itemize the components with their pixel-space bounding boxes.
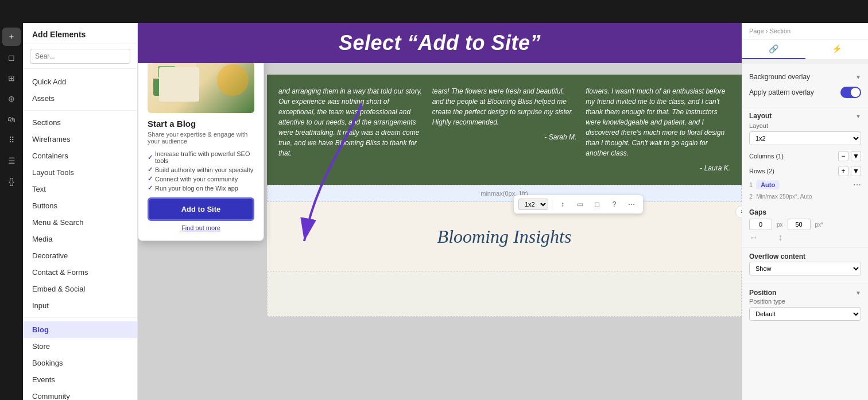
main-layout: ＋ ◻ ⊞ ⊕ 🛍 ⠿ ☰ {} Add Elements Quick Add … [0, 23, 868, 400]
top-bar [0, 0, 868, 23]
right-panel: Page › Section 🔗 ⚡ Background overlay ▼ … [742, 23, 868, 400]
section-label: minmax(0px, 1fr) [267, 185, 742, 202]
layout-label: Layout [749, 122, 861, 129]
sidebar-item-store[interactable]: Store [23, 338, 137, 355]
breadcrumb: Page › Section [742, 23, 868, 40]
toolbar-align-btn[interactable]: ↕ [556, 197, 569, 211]
sidebar-item-media[interactable]: Media [23, 231, 137, 247]
sidebar-item-buttons[interactable]: Buttons [23, 197, 137, 214]
toolbar-help-btn[interactable]: ? [607, 197, 621, 211]
layout-section: Layout ▼ Layout 1x2 Columns (1) − ▼ Rows… [742, 107, 868, 206]
gaps-h-unit: px [777, 222, 783, 228]
sidebar-item-bookings[interactable]: Bookings [23, 355, 137, 371]
canvas-chevron-right[interactable]: › [735, 205, 742, 218]
testimonial-2-text: tears! The flowers were fresh and beauti… [432, 86, 577, 127]
sidebar-item-assets[interactable]: Assets [23, 90, 137, 107]
apply-pattern-row: Apply pattern overlay [749, 84, 861, 101]
background-overlay-section: Background overlay ▼ Apply pattern overl… [742, 64, 868, 107]
rows-row: Rows (2) + ▼ [749, 164, 861, 178]
columns-label: Columns (1) [749, 153, 784, 160]
sidebar-item-community[interactable]: Community [23, 388, 137, 400]
columns-minus[interactable]: − [838, 151, 848, 161]
background-overlay-dropdown[interactable]: ▼ [855, 74, 861, 80]
layout-section-arrow[interactable]: ▼ [855, 113, 861, 119]
sidebar-item-containers[interactable]: Containers [23, 147, 137, 164]
rows-counter: + ▼ [838, 166, 861, 176]
layout-content: Layout 1x2 Columns (1) − ▼ Rows (2) + ▼ [742, 122, 868, 206]
code-icon[interactable]: {} [2, 172, 21, 191]
toolbar-more-btn[interactable]: ⋯ [625, 197, 638, 211]
grid-icon[interactable]: ⠿ [2, 131, 21, 149]
gaps-h-input[interactable] [749, 219, 772, 230]
store-icon[interactable]: 🛍 [2, 110, 21, 129]
sidebar-item-text[interactable]: Text [23, 181, 137, 197]
row-1-value[interactable]: Auto [756, 180, 780, 189]
blog-feature-2: Build authority within your specialty [148, 166, 254, 173]
sidebar-item-menu-search[interactable]: Menu & Search [23, 214, 137, 231]
panel-items: Quick Add Assets Sections Wireframes Con… [23, 69, 137, 400]
find-out-more-link[interactable]: Find out more [148, 224, 254, 231]
position-section: Position ▼ Position type Default [742, 284, 868, 325]
overflow-section: Overflow content Show [742, 248, 868, 284]
toolbar-crop-btn[interactable]: ▭ [573, 197, 587, 211]
sidebar-item-input[interactable]: Input [23, 297, 137, 314]
sidebar-item-blog[interactable]: Blog [23, 321, 137, 338]
gaps-v-unit: px* [815, 222, 823, 228]
columns-row: Columns (1) − ▼ [749, 149, 861, 164]
gaps-h-arrow: ↔ [749, 232, 758, 243]
tutorial-banner-text: Select “Add to Site” [339, 31, 541, 55]
pages-icon[interactable]: ◻ [2, 48, 21, 67]
blooming-insights-section: Blooming Insights [267, 202, 742, 271]
rows-plus[interactable]: + [838, 166, 848, 176]
position-section-arrow[interactable]: ▼ [855, 290, 861, 296]
sidebar-item-layout-tools[interactable]: Layout Tools [23, 164, 137, 181]
search-input[interactable] [30, 49, 130, 64]
sidebar-item-contact-forms[interactable]: Contact & Forms [23, 264, 137, 281]
columns-counter: − ▼ [838, 151, 861, 161]
bottom-section [267, 271, 742, 317]
testimonial-1: and arranging them in a way that told ou… [278, 86, 423, 173]
layers-icon[interactable]: ⊞ [2, 69, 21, 87]
nav-icon[interactable]: ☰ [2, 152, 21, 170]
rows-dropdown[interactable]: ▼ [851, 166, 861, 176]
divider-2 [23, 317, 137, 318]
row-1-more[interactable]: ⋯ [853, 180, 861, 189]
position-type-select[interactable]: Default [749, 307, 861, 321]
layout-value-select[interactable]: 1x2 [749, 131, 861, 145]
panel-header: Add Elements [23, 23, 137, 44]
site-icon[interactable]: ⊕ [2, 90, 21, 108]
blooming-insights-title: Blooming Insights [437, 226, 572, 247]
gaps-section: Gaps px px* ↔ ↕ [742, 206, 868, 248]
testimonial-3-author: - Laura K. [586, 163, 730, 173]
canvas-content: and arranging them in a way that told ou… [267, 75, 742, 400]
rows-label: Rows (2) [749, 168, 774, 174]
overflow-select[interactable]: Show [749, 262, 861, 275]
tab-layout[interactable]: 🔗 [742, 40, 805, 59]
row-2-value: Min/max 250px*, Auto [756, 193, 812, 200]
layout-select-toolbar[interactable]: 1x2 [518, 199, 548, 210]
canvas-toolbar: 1x2 ↕ ▭ ◻ ? ⋯ [514, 195, 643, 213]
divider-1 [23, 110, 137, 111]
sidebar-item-wireframes[interactable]: Wireframes [23, 131, 137, 147]
sidebar-item-embed-social[interactable]: Embed & Social [23, 281, 137, 297]
columns-dropdown[interactable]: ▼ [851, 151, 861, 161]
panel-search-container [23, 44, 137, 69]
sidebar-item-quick-add[interactable]: Quick Add [23, 73, 137, 90]
gaps-arrows: ↔ ↕ [749, 230, 861, 243]
testimonials-section: and arranging them in a way that told ou… [267, 75, 742, 185]
gaps-v-arrow: ↕ [778, 232, 782, 243]
add-to-site-button[interactable]: Add to Site [148, 197, 254, 221]
sidebar-item-events[interactable]: Events [23, 371, 137, 388]
sidebar-item-sections[interactable]: Sections [23, 114, 137, 131]
apply-pattern-toggle[interactable] [840, 87, 861, 98]
apply-pattern-label: Apply pattern overlay [749, 88, 814, 96]
row-2-config: 2 Min/max 250px*, Auto [749, 191, 861, 201]
gaps-title: Gaps [749, 206, 861, 219]
sidebar-item-decorative[interactable]: Decorative [23, 247, 137, 264]
tab-interactions[interactable]: ⚡ [805, 40, 869, 59]
toolbar-divider [552, 199, 552, 209]
add-elements-icon[interactable]: ＋ [2, 28, 21, 46]
gaps-v-input[interactable] [788, 219, 811, 230]
blog-feature-4: Run your blog on the Wix app [148, 184, 254, 192]
toolbar-container-btn[interactable]: ◻ [590, 197, 604, 211]
